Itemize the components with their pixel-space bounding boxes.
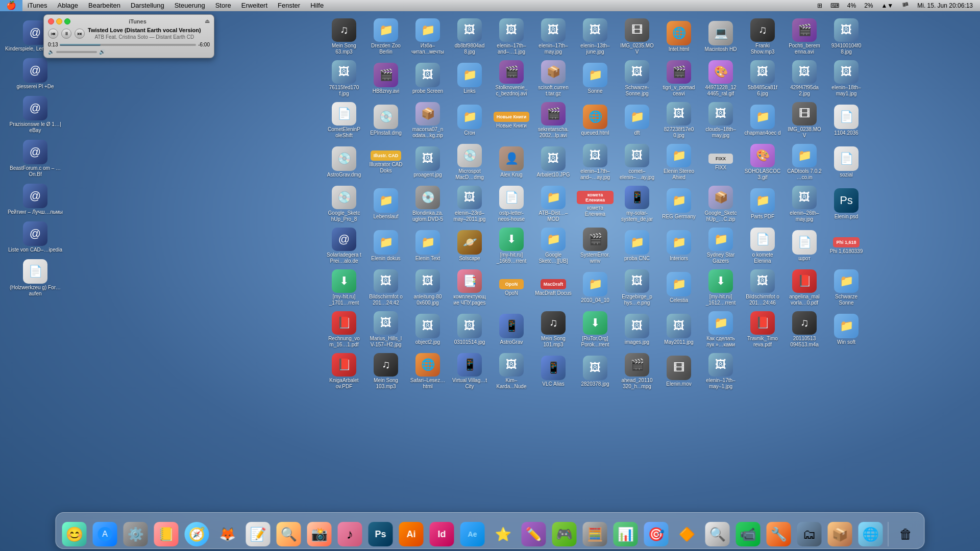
sidebar-item-1[interactable]: @ giesserei Pl +De	[2, 56, 68, 92]
desktop-icon-107[interactable]: 📱Virtual Villag…t City	[449, 351, 490, 392]
apple-menu[interactable]: 🍎	[0, 0, 22, 11]
desktop-icon-73[interactable]: 📁Interiors	[658, 226, 699, 266]
desktop-icon-26[interactable]: 📄CometEleninP oleShift	[324, 100, 364, 141]
desktop-icon-50[interactable]: 📁CADtools 7.0.2 …co.in	[784, 142, 825, 183]
desktop-icon-83[interactable]: MacDraftMacDraft Docus	[533, 267, 574, 308]
dock-facetime[interactable]: 📹	[734, 518, 763, 546]
desktop-icon-63[interactable]: 🖼elenin–26th–may.jpg	[784, 184, 825, 224]
desktop-icon-12[interactable]: 🖼934100104f0 8.jpg	[826, 16, 867, 57]
desktop-icon-35[interactable]: 🖼clouds–18th–may.jpg	[700, 100, 741, 141]
desktop-icon-29[interactable]: 📁Сгон	[449, 100, 490, 141]
dock-trash[interactable]: 🗑	[892, 518, 920, 546]
desktop-icon-78[interactable]: ⬇[my-hit.ru] _1701…rrent	[324, 267, 364, 308]
desktop-icon-53[interactable]: 📁Lebenslauf	[365, 184, 406, 224]
desktop-icon-56[interactable]: 📄ostp-letter-neos-house	[491, 184, 532, 224]
dock-safari[interactable]: 🧭	[183, 518, 211, 546]
desktop-icon-5[interactable]: 🖼elenin–17th–may.jpg	[533, 16, 574, 57]
desktop-icon-88[interactable]: 🖼Bildschirmfot o 201…24:46	[742, 267, 783, 308]
desktop-icon-68[interactable]: 🪐Solscape	[449, 226, 490, 266]
dock-charts[interactable]: 📊	[611, 518, 640, 546]
menu-itunes[interactable]: iTunes	[22, 0, 53, 11]
dock-itunes[interactable]: ♪	[336, 518, 364, 546]
desktop-icon-6[interactable]: 🖼elenin–13th–june.jpg	[575, 16, 616, 57]
dock-solitaire[interactable]: ⭐	[489, 518, 518, 546]
menu-fenster[interactable]: Fenster	[273, 0, 305, 11]
desktop-icon-81[interactable]: 📑комплектующ ие ЧПУ.pages	[449, 267, 490, 308]
menu-bearbeiten[interactable]: Bearbeiten	[83, 0, 126, 11]
dock-inkscape[interactable]: ✏️	[520, 518, 548, 546]
desktop-icon-33[interactable]: 📁dft	[617, 100, 657, 141]
desktop-icon-36[interactable]: 📁chapman4oec d	[742, 100, 783, 141]
desktop-icon-8[interactable]: 🌐Intel.html	[658, 16, 699, 57]
desktop-icon-52[interactable]: 💿Google_Sketc hUp_Pro_8	[324, 184, 364, 224]
dock-firefox[interactable]: 🦊	[213, 518, 242, 546]
desktop-icon-85[interactable]: 🖼Erzgebirge_p hys…e.png	[617, 267, 657, 308]
desktop-icon-93[interactable]: 🖼object2.jpg	[407, 309, 448, 350]
desktop-icon-113[interactable]: 🖼elenin–17th–may–1.jpg	[700, 351, 741, 392]
desktop-icon-66[interactable]: 📁Elenin dokus	[365, 226, 406, 266]
desktop-icon-91[interactable]: 📕Rechnung_vo m_16…1.pdf	[324, 309, 364, 350]
desktop-icon-110[interactable]: 🖼2820378.jpg	[575, 351, 616, 392]
desktop-icon-3[interactable]: 🖼db8bf9804ad 8.jpg	[449, 16, 490, 57]
desktop-icon-2[interactable]: 📁Изба–читал...мечты	[407, 16, 448, 57]
sidebar-item-6[interactable]: 📄 (Holzwerkzeu g) For…aufen	[2, 257, 68, 299]
desktop-icon-57[interactable]: 📁ATB–Dist…–MOD	[533, 184, 574, 224]
dock-app3[interactable]: 🗂	[795, 518, 824, 546]
desktop-icon-98[interactable]: 🖼images.jpg	[617, 309, 657, 350]
sidebar-item-2[interactable]: @ Prazisionswe le Ø 1…| eBay	[2, 94, 68, 136]
desktop-icon-108[interactable]: 🖼Kim–Karda...Nude	[491, 351, 532, 392]
desktop-icon-28[interactable]: 📦macorsa07_n odata...kg.zip	[407, 100, 448, 141]
desktop-icon-69[interactable]: ⬇[my-hit.ru] _1669…rrent	[491, 226, 532, 266]
desktop-icon-42[interactable]: 💿Microspot MacD…dmg	[449, 142, 490, 183]
desktop-icon-112[interactable]: 🎞Elenin.mov	[658, 351, 699, 392]
desktop-icon-87[interactable]: ⬇[my-hit.ru] _1612…rrent	[700, 267, 741, 308]
menu-erweitert[interactable]: Erweitert	[236, 0, 273, 11]
desktop-icon-59[interactable]: 📱my-solar-system_de.jar	[617, 184, 657, 224]
desktop-icon-99[interactable]: 🖼May2011.jpg	[658, 309, 699, 350]
desktop-icon-39[interactable]: 💿AstroGrav.dmg	[324, 142, 364, 183]
dock-addressbook[interactable]: 📒	[152, 518, 181, 546]
desktop-icon-75[interactable]: 📄o komete Elenina	[742, 226, 783, 266]
desktop-icon-49[interactable]: 🎨SOHOLASCOC 3.gif	[742, 142, 783, 183]
desktop-icon-111[interactable]: 🎬ahead_20110 320_h...mpg	[617, 351, 657, 392]
desktop-icon-43[interactable]: 👤Alex Krug	[491, 142, 532, 183]
desktop-icon-9[interactable]: 💻Macintosh HD	[700, 16, 741, 57]
desktop-icon-109[interactable]: 📱VLC Alias	[533, 351, 574, 392]
menu-store[interactable]: Store	[210, 0, 236, 11]
desktop-icon-21[interactable]: 🎬tigri_v_pomad ceavi	[658, 58, 699, 99]
desktop-icon-97[interactable]: ⬇[RuTor.Org] Porok...rrent	[575, 309, 616, 350]
desktop-icon-27[interactable]: 💿EPInstall.dmg	[365, 100, 406, 141]
desktop-icon-15[interactable]: 🖼probe Screen	[407, 58, 448, 99]
desktop-icon-37[interactable]: 🎞IMG_0238.MOV	[784, 100, 825, 141]
desktop-icon-14[interactable]: 🎬HB8zrvy.avi	[365, 58, 406, 99]
desktop-icon-105[interactable]: ♫Mein Song 103.mp3	[365, 351, 406, 392]
dock-photos[interactable]: 📸	[305, 518, 334, 546]
desktop-icon-22[interactable]: 🎨44971228_12 4465_ral.gif	[700, 58, 741, 99]
desktop-icon-7[interactable]: 🎞IMG_0235.MOV	[617, 16, 657, 57]
dock-appstore[interactable]: A	[91, 518, 119, 546]
desktop-icon-95[interactable]: 📱AstroGrav	[491, 309, 532, 350]
dock-finder[interactable]: 😊	[60, 518, 89, 546]
desktop-icon-30[interactable]: Новые КнигиНовые Книги	[491, 100, 532, 141]
desktop-icon-103[interactable]: 📁Win soft	[826, 309, 867, 350]
desktop-icon-11[interactable]: 🎬Pochti_berem enna.avi	[784, 16, 825, 57]
play-pause-button[interactable]: ⏸	[61, 29, 71, 39]
desktop-icon-62[interactable]: 📁Parts PDF	[742, 184, 783, 224]
desktop-icon-45[interactable]: 🖼elenin–17th–and–…ay.jpg	[575, 142, 616, 183]
dock-keynote[interactable]: 🎯	[642, 518, 671, 546]
desktop-icon-100[interactable]: 📁Как сделать лук »…ками	[700, 309, 741, 350]
desktop-icon-25[interactable]: 🖼elenin–18th–may1.jpg	[826, 58, 867, 99]
desktop-icon-101[interactable]: 📕Travnik_Timo reva.pdf	[742, 309, 783, 350]
desktop-icon-13[interactable]: 🖼76115fed170 f.jpg	[324, 58, 364, 99]
desktop-icon-74[interactable]: 📁Sydney Star Gazers	[700, 226, 741, 266]
desktop-icon-94[interactable]: 🖼03101514.jpg	[449, 309, 490, 350]
desktop-icon-17[interactable]: 🎬Stolknovenie_ c_bezdnoj.avi	[491, 58, 532, 99]
desktop-icon-82[interactable]: OpoNOpoN	[491, 267, 532, 308]
dock-illustrator[interactable]: Ai	[397, 518, 426, 546]
minimize-button[interactable]	[56, 18, 62, 24]
dock-app2[interactable]: 🔧	[765, 518, 793, 546]
dock-syspref[interactable]: ⚙️	[121, 518, 150, 546]
dock-textedit[interactable]: 📝	[244, 518, 273, 546]
desktop-icon-60[interactable]: 📁REG Germany	[658, 184, 699, 224]
desktop-icon-102[interactable]: ♫20110513 094513.m4a	[784, 309, 825, 350]
